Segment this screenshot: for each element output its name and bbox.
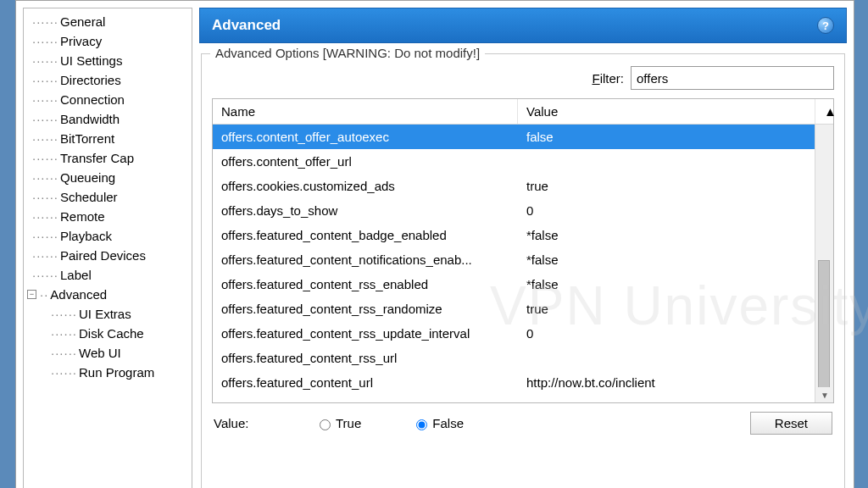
cell-name: offers.featured_content_rss_update_inter… bbox=[213, 324, 518, 342]
table-row[interactable]: offers.featured_content_notifications_en… bbox=[213, 247, 833, 272]
help-icon[interactable]: ? bbox=[817, 17, 834, 34]
cell-value bbox=[518, 349, 833, 367]
cell-name: offers.featured_content_url bbox=[213, 374, 518, 391]
table-row[interactable]: offers.cookies.customized_adstrue bbox=[213, 174, 833, 198]
sidebar-item-disk-cache[interactable]: ······ Disk Cache bbox=[24, 324, 192, 343]
sidebar-item-label: Paired Devices bbox=[60, 248, 146, 263]
scroll-up-icon[interactable]: ▲ bbox=[815, 99, 833, 124]
table-row[interactable]: offers.featured_content_rss_enabled*fals… bbox=[213, 272, 833, 297]
sidebar-item-web-ui[interactable]: ······ Web UI bbox=[24, 343, 192, 363]
cell-value: 0 bbox=[518, 324, 833, 342]
filter-row: Filter: bbox=[212, 63, 834, 98]
cell-name: offers.featured_content_badge_enabled bbox=[213, 226, 518, 244]
cell-value: *false bbox=[518, 226, 833, 244]
sidebar-item-label: UI Settings bbox=[60, 53, 122, 68]
sidebar-item-label: Web UI bbox=[79, 346, 121, 360]
sidebar-item-directories[interactable]: ······ Directories bbox=[24, 70, 192, 90]
cell-value: false bbox=[518, 128, 833, 146]
sidebar-item-advanced[interactable]: −·· Advanced bbox=[24, 285, 192, 304]
cell-value: true bbox=[518, 177, 833, 195]
preferences-window: ······ General······ Privacy······ UI Se… bbox=[15, 0, 854, 488]
sidebar-item-transfer-cap[interactable]: ······ Transfer Cap bbox=[24, 148, 192, 168]
cell-value: *false bbox=[518, 251, 833, 269]
sidebar-item-label: Run Program bbox=[79, 365, 154, 380]
sidebar-item-label: Privacy bbox=[60, 34, 102, 48]
panel-header: Advanced ? bbox=[199, 8, 847, 43]
cell-value: true bbox=[518, 300, 833, 318]
sidebar-item-playback[interactable]: ······ Playback bbox=[24, 226, 192, 246]
radio-false-input[interactable] bbox=[416, 419, 427, 430]
scrollbar-thumb[interactable] bbox=[818, 260, 830, 402]
sidebar-item-ui-extras[interactable]: ······ UI Extras bbox=[24, 304, 192, 324]
sidebar-item-label[interactable]: ······ Label bbox=[24, 265, 192, 285]
cell-name: offers.content_offer_url bbox=[213, 152, 518, 170]
sidebar-item-privacy[interactable]: ······ Privacy bbox=[24, 31, 192, 51]
main-panel: Advanced ? Advanced Options [WARNING: Do… bbox=[199, 8, 847, 488]
sidebar-item-queueing[interactable]: ······ Queueing bbox=[24, 168, 192, 187]
column-name[interactable]: Name bbox=[213, 99, 518, 124]
sidebar-item-label: BitTorrent bbox=[60, 131, 114, 146]
table-row[interactable]: offers.days_to_show0 bbox=[213, 198, 833, 223]
sidebar-item-label: Queueing bbox=[60, 170, 115, 185]
sidebar-item-connection[interactable]: ······ Connection bbox=[24, 90, 192, 109]
cell-value bbox=[518, 152, 833, 170]
expander-icon[interactable]: − bbox=[27, 290, 36, 299]
cell-name: offers.featured_content_rss_url bbox=[213, 349, 518, 367]
sidebar-item-label: Label bbox=[60, 268, 92, 282]
category-tree[interactable]: ······ General······ Privacy······ UI Se… bbox=[23, 8, 192, 488]
cell-value: 0 bbox=[518, 202, 833, 219]
cell-name: offers.cookies.customized_ads bbox=[213, 177, 518, 195]
filter-input[interactable] bbox=[631, 66, 834, 90]
value-editor-row: Value: True False Reset bbox=[212, 403, 834, 435]
table-row[interactable]: offers.featured_content_rss_url bbox=[213, 346, 833, 370]
sidebar-item-label: Transfer Cap bbox=[60, 151, 134, 165]
cell-value: *false bbox=[518, 398, 833, 402]
reset-button[interactable]: Reset bbox=[750, 412, 832, 435]
scroll-down-icon[interactable]: ▼ bbox=[815, 387, 833, 402]
sidebar-item-run-program[interactable]: ······ Run Program bbox=[24, 363, 192, 382]
sidebar-item-label: Connection bbox=[60, 92, 125, 107]
vertical-scrollbar[interactable]: ▼ bbox=[815, 125, 833, 402]
sidebar-item-paired-devices[interactable]: ······ Paired Devices bbox=[24, 246, 192, 265]
column-value[interactable]: Value bbox=[518, 99, 815, 124]
table-row[interactable]: offers.content_offer_url bbox=[213, 149, 833, 174]
sidebar-item-label: Advanced bbox=[50, 287, 107, 302]
table-row[interactable]: offers.left_rail_offer_enabled*false bbox=[213, 395, 833, 402]
cell-name: offers.content_offer_autoexec bbox=[213, 128, 518, 146]
cell-value: http://now.bt.co/inclient bbox=[518, 374, 833, 391]
sidebar-item-scheduler[interactable]: ······ Scheduler bbox=[24, 187, 192, 207]
sidebar-item-label: Directories bbox=[60, 73, 121, 87]
table-row[interactable]: offers.featured_content_rss_update_inter… bbox=[213, 321, 833, 346]
table-row[interactable]: offers.featured_content_badge_enabled*fa… bbox=[213, 223, 833, 247]
value-false-radio[interactable]: False bbox=[412, 416, 464, 430]
sidebar-item-label: Playback bbox=[60, 229, 112, 243]
table-row[interactable]: offers.featured_content_urlhttp://now.bt… bbox=[213, 370, 833, 395]
sidebar-item-remote[interactable]: ······ Remote bbox=[24, 207, 192, 226]
filter-label: Filter: bbox=[592, 71, 624, 86]
value-true-radio[interactable]: True bbox=[315, 416, 361, 430]
sidebar-item-label: Disk Cache bbox=[79, 326, 144, 341]
panel-title: Advanced bbox=[212, 17, 281, 34]
value-label: Value: bbox=[214, 416, 315, 430]
table-header: Name Value ▲ bbox=[213, 99, 833, 125]
cell-value: *false bbox=[518, 275, 833, 293]
cell-name: offers.left_rail_offer_enabled bbox=[213, 398, 518, 402]
table-row[interactable]: offers.featured_content_rss_randomizetru… bbox=[213, 297, 833, 321]
options-table: Name Value ▲ offers.content_offer_autoex… bbox=[212, 98, 834, 403]
sidebar-item-label: Remote bbox=[60, 209, 105, 224]
table-row[interactable]: offers.content_offer_autoexecfalse bbox=[213, 125, 833, 149]
sidebar-item-ui-settings[interactable]: ······ UI Settings bbox=[24, 51, 192, 70]
radio-true-input[interactable] bbox=[320, 419, 331, 430]
cell-name: offers.featured_content_rss_randomize bbox=[213, 300, 518, 318]
advanced-options-group: Advanced Options [WARNING: Do not modify… bbox=[201, 53, 845, 488]
sidebar-item-general[interactable]: ······ General bbox=[24, 12, 192, 31]
cell-name: offers.days_to_show bbox=[213, 202, 518, 219]
sidebar-item-label: Bandwidth bbox=[60, 112, 120, 126]
table-body: offers.content_offer_autoexecfalseoffers… bbox=[213, 125, 833, 402]
sidebar-item-bandwidth[interactable]: ······ Bandwidth bbox=[24, 109, 192, 129]
cell-name: offers.featured_content_notifications_en… bbox=[213, 251, 518, 269]
sidebar-item-bittorrent[interactable]: ······ BitTorrent bbox=[24, 129, 192, 148]
sidebar-item-label: General bbox=[60, 14, 105, 29]
sidebar-item-label: Scheduler bbox=[60, 190, 118, 204]
cell-name: offers.featured_content_rss_enabled bbox=[213, 275, 518, 293]
